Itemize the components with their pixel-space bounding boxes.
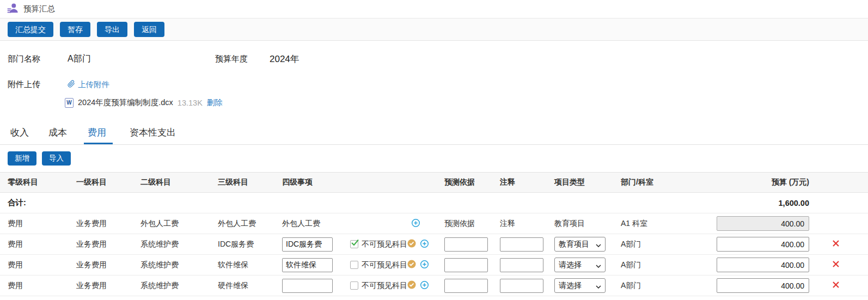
note-input[interactable] bbox=[500, 258, 543, 272]
paperclip-icon bbox=[68, 80, 75, 89]
delete-attachment-link[interactable]: 删除 bbox=[207, 97, 223, 108]
level1-cell: 业务费用 bbox=[69, 260, 133, 270]
level4-input[interactable] bbox=[282, 279, 333, 293]
unforeseen-label: 不可预见科目 bbox=[362, 240, 407, 249]
level1-cell: 业务费用 bbox=[69, 219, 133, 229]
budget-user-icon bbox=[7, 2, 19, 16]
category-tabs: 收入 成本 费用 资本性支出 bbox=[0, 120, 868, 145]
col-project-type: 项目类型 bbox=[542, 177, 609, 187]
table-row: 费用 业务费用 系统维护费 IDC服务费 不可预见科目 教育项目 bbox=[0, 234, 868, 255]
toolbar: 汇总提交 暂存 导出 返回 bbox=[0, 19, 868, 41]
tab-income[interactable]: 收入 bbox=[8, 124, 32, 144]
unforeseen-label: 不可预见科目 bbox=[362, 281, 407, 291]
project-type-selected-value: 教育项目 bbox=[559, 240, 589, 249]
table-actions: 新增 导入 bbox=[0, 145, 868, 166]
project-type-select[interactable]: 请选择 bbox=[554, 278, 606, 293]
unforeseen-checkbox[interactable] bbox=[350, 261, 358, 269]
level2-cell: 系统维护费 bbox=[133, 281, 210, 291]
tab-expense[interactable]: 费用 bbox=[84, 124, 113, 144]
attachment-file-name: 2024年度预算编制制度.dcx bbox=[78, 97, 173, 108]
budget-input bbox=[717, 216, 809, 231]
department-cell: A部门 bbox=[609, 260, 712, 270]
budget-year-label: 预算年度 bbox=[215, 54, 270, 64]
forecast-input[interactable] bbox=[444, 258, 488, 272]
word-file-icon bbox=[65, 98, 74, 108]
forecast-input[interactable] bbox=[444, 237, 488, 252]
col-level0: 零级科目 bbox=[0, 177, 69, 187]
add-subitem-icon[interactable] bbox=[420, 239, 429, 250]
tab-cost[interactable]: 成本 bbox=[46, 124, 70, 144]
delete-row-icon[interactable] bbox=[832, 281, 840, 290]
table-row: 费用 业务费用 系统维护费 软件维保 不可预见科目 请选择 A bbox=[0, 255, 868, 275]
add-subitem-icon[interactable] bbox=[420, 260, 429, 271]
attachment-file-item: 2024年度预算编制制度.dcx 13.13K 删除 bbox=[8, 97, 860, 108]
save-draft-button[interactable]: 暂存 bbox=[60, 22, 90, 37]
level2-cell: 系统维护费 bbox=[133, 240, 210, 249]
chevron-down-icon bbox=[596, 240, 601, 249]
total-row: 合计: 1,600.00 bbox=[0, 193, 868, 213]
confirm-badge-icon[interactable] bbox=[407, 260, 416, 270]
col-level2: 二级科目 bbox=[133, 177, 210, 187]
project-type-select[interactable]: 请选择 bbox=[554, 258, 606, 272]
level3-cell: IDC服务费 bbox=[210, 240, 274, 249]
level3-cell: 软件维保 bbox=[210, 260, 274, 270]
chevron-down-icon bbox=[596, 261, 601, 270]
import-button[interactable]: 导入 bbox=[42, 151, 71, 166]
back-button[interactable]: 返回 bbox=[134, 22, 164, 37]
budget-table: 零级科目 一级科目 二级科目 三级科目 四级事项 预测依据 注释 项目类型 部门… bbox=[0, 172, 868, 296]
table-row: 费用 业务费用 外包人工费 外包人工费 外包人工费 预测依据 注释 教育项目 A… bbox=[0, 213, 868, 234]
department-cell: A1 科室 bbox=[609, 219, 712, 229]
budget-input[interactable] bbox=[717, 258, 809, 272]
note-text: 注释 bbox=[488, 219, 542, 229]
note-input[interactable] bbox=[500, 237, 543, 252]
note-input[interactable] bbox=[500, 279, 543, 293]
upload-attachment-link[interactable]: 上传附件 bbox=[68, 79, 109, 90]
total-budget-value: 1,600.00 bbox=[712, 199, 816, 207]
submit-summary-button[interactable]: 汇总提交 bbox=[8, 22, 53, 37]
unforeseen-checkbox[interactable] bbox=[350, 281, 358, 290]
level0-cell: 费用 bbox=[0, 281, 69, 291]
budget-input[interactable] bbox=[717, 278, 809, 293]
add-row-button[interactable]: 新增 bbox=[8, 151, 36, 166]
chevron-down-icon bbox=[596, 281, 601, 290]
budget-input[interactable] bbox=[717, 237, 809, 252]
col-budget: 预算 (万元) bbox=[712, 177, 816, 187]
level2-cell: 系统维护费 bbox=[133, 260, 210, 270]
tab-capital-expenditure[interactable]: 资本性支出 bbox=[127, 124, 179, 144]
unforeseen-checkbox[interactable] bbox=[350, 240, 358, 248]
total-label: 合计: bbox=[0, 198, 69, 208]
table-row: 费用 业务费用 系统维护费 硬件维保 不可预见科目 请选择 A bbox=[0, 275, 868, 296]
project-type-select[interactable]: 教育项目 bbox=[554, 237, 606, 252]
level1-cell: 业务费用 bbox=[69, 281, 133, 291]
attachment-label: 附件上传 bbox=[8, 79, 68, 90]
confirm-badge-icon[interactable] bbox=[407, 280, 416, 291]
department-label: 部门名称 bbox=[8, 54, 68, 64]
department-cell: A部门 bbox=[609, 240, 712, 249]
col-level3: 三级科目 bbox=[210, 177, 274, 187]
col-level4: 四级事项 bbox=[274, 177, 432, 187]
col-level1: 一级科目 bbox=[69, 177, 133, 187]
add-subitem-icon[interactable] bbox=[411, 218, 420, 229]
level3-cell: 硬件维保 bbox=[210, 281, 274, 291]
delete-row-icon[interactable] bbox=[832, 240, 840, 249]
confirm-badge-icon[interactable] bbox=[407, 239, 416, 249]
unforeseen-label: 不可预见科目 bbox=[362, 260, 407, 270]
upload-attachment-label: 上传附件 bbox=[78, 79, 109, 90]
export-button[interactable]: 导出 bbox=[97, 22, 127, 37]
forecast-input[interactable] bbox=[444, 279, 488, 293]
level4-text: 外包人工费 bbox=[282, 219, 320, 229]
department-cell: A部门 bbox=[609, 281, 712, 291]
app-header: 预算汇总 bbox=[0, 0, 868, 19]
add-subitem-icon[interactable] bbox=[420, 280, 429, 291]
level4-input[interactable] bbox=[282, 237, 333, 252]
project-type-text: 教育项目 bbox=[542, 219, 609, 229]
budget-form: 部门名称 A部门 预算年度 2024年 附件上传 上传附件 2024年度预算编制… bbox=[0, 41, 868, 108]
col-note: 注释 bbox=[488, 177, 542, 187]
delete-row-icon[interactable] bbox=[832, 260, 840, 270]
page-title: 预算汇总 bbox=[23, 4, 55, 14]
table-header-row: 零级科目 一级科目 二级科目 三级科目 四级事项 预测依据 注释 项目类型 部门… bbox=[0, 172, 868, 193]
level0-cell: 费用 bbox=[0, 219, 69, 229]
level0-cell: 费用 bbox=[0, 240, 69, 249]
level0-cell: 费用 bbox=[0, 260, 69, 270]
level4-input[interactable] bbox=[282, 258, 333, 272]
